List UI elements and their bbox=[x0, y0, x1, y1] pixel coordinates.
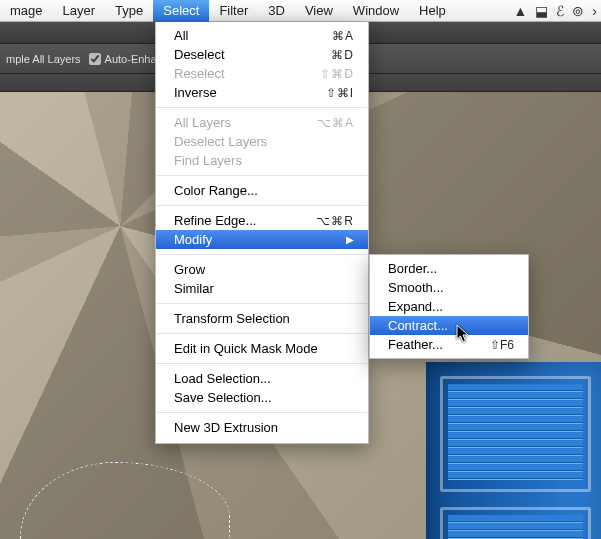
menu-item-label: All Layers bbox=[174, 115, 231, 130]
menu-item-label: Similar bbox=[174, 281, 214, 296]
menu-item-transform-selection[interactable]: Transform Selection bbox=[156, 309, 368, 328]
menu-item-label: Transform Selection bbox=[174, 311, 290, 326]
menu-item-label: Inverse bbox=[174, 85, 217, 100]
menu-item-label: Save Selection... bbox=[174, 390, 272, 405]
submenu-item-feather[interactable]: Feather...⇧F6 bbox=[370, 335, 528, 354]
menu-item-label: Reselect bbox=[174, 66, 225, 81]
submenu-item-smooth[interactable]: Smooth... bbox=[370, 278, 528, 297]
menu-item-label: Edit in Quick Mask Mode bbox=[174, 341, 318, 356]
menu-separator bbox=[157, 107, 367, 108]
menu-separator bbox=[157, 333, 367, 334]
menu-item-shortcut: ⌘A bbox=[332, 29, 354, 43]
menu-item-shortcut: ⌥⌘A bbox=[317, 116, 354, 130]
menu-separator bbox=[157, 363, 367, 364]
submenu-item-expand[interactable]: Expand... bbox=[370, 297, 528, 316]
menu-item-shortcut: ⇧⌘I bbox=[326, 86, 354, 100]
menu-item-new-3d-extrusion[interactable]: New 3D Extrusion bbox=[156, 418, 368, 437]
menu-item-label: New 3D Extrusion bbox=[174, 420, 278, 435]
menu-item-shortcut: ⇧⌘D bbox=[320, 67, 354, 81]
menubar-item-window[interactable]: Window bbox=[343, 0, 409, 22]
menu-item-label: Find Layers bbox=[174, 153, 242, 168]
menu-item-edit-in-quick-mask-mode[interactable]: Edit in Quick Mask Mode bbox=[156, 339, 368, 358]
menu-item-refine-edge[interactable]: Refine Edge...⌥⌘R bbox=[156, 211, 368, 230]
menu-item-reselect: Reselect⇧⌘D bbox=[156, 64, 368, 83]
menu-separator bbox=[157, 175, 367, 176]
menubar-item-layer[interactable]: Layer bbox=[53, 0, 106, 22]
menu-item-save-selection[interactable]: Save Selection... bbox=[156, 388, 368, 407]
menu-item-deselect[interactable]: Deselect⌘D bbox=[156, 45, 368, 64]
overflow-icon[interactable]: › bbox=[592, 3, 597, 19]
menu-item-shortcut: ⌥⌘R bbox=[316, 214, 354, 228]
google-drive-icon[interactable]: ▲ bbox=[513, 3, 527, 19]
submenu-item-label: Contract... bbox=[388, 318, 448, 333]
submenu-item-shortcut: ⇧F6 bbox=[490, 338, 514, 352]
menubar-item-help[interactable]: Help bbox=[409, 0, 456, 22]
menu-separator bbox=[157, 412, 367, 413]
submenu-item-label: Border... bbox=[388, 261, 437, 276]
submenu-item-contract[interactable]: Contract... bbox=[370, 316, 528, 335]
menubar-item-type[interactable]: Type bbox=[105, 0, 153, 22]
auto-enhance-checkbox[interactable] bbox=[89, 53, 101, 65]
evernote-icon[interactable]: ℰ bbox=[556, 3, 564, 19]
menu-separator bbox=[157, 205, 367, 206]
submenu-arrow-icon: ▶ bbox=[346, 234, 354, 245]
menu-item-label: Deselect bbox=[174, 47, 225, 62]
menu-item-label: Deselect Layers bbox=[174, 134, 267, 149]
mac-menubar: mageLayerTypeSelectFilter3DViewWindowHel… bbox=[0, 0, 601, 22]
image-shutter-region bbox=[426, 362, 601, 539]
menu-item-label: All bbox=[174, 28, 188, 43]
menu-item-modify[interactable]: Modify▶ bbox=[156, 230, 368, 249]
menu-item-label: Modify bbox=[174, 232, 212, 247]
creative-cloud-icon[interactable]: ⊚ bbox=[572, 3, 584, 19]
menu-item-label: Load Selection... bbox=[174, 371, 271, 386]
menu-item-grow[interactable]: Grow bbox=[156, 260, 368, 279]
dropbox-icon[interactable]: ⬓ bbox=[535, 3, 548, 19]
menu-item-label: Color Range... bbox=[174, 183, 258, 198]
menu-item-similar[interactable]: Similar bbox=[156, 279, 368, 298]
menu-item-find-layers: Find Layers bbox=[156, 151, 368, 170]
menubar-item-view[interactable]: View bbox=[295, 0, 343, 22]
menubar-item-3d[interactable]: 3D bbox=[258, 0, 295, 22]
menubar-item-filter[interactable]: Filter bbox=[209, 0, 258, 22]
menu-item-label: Grow bbox=[174, 262, 205, 277]
modify-submenu: Border...Smooth...Expand...Contract...Fe… bbox=[369, 254, 529, 359]
menu-item-all[interactable]: All⌘A bbox=[156, 26, 368, 45]
active-selection-marquee bbox=[20, 462, 230, 539]
select-menu-dropdown: All⌘ADeselect⌘DReselect⇧⌘DInverse⇧⌘IAll … bbox=[155, 22, 369, 444]
menubar-system-tray: ▲⬓ℰ⊚› bbox=[513, 3, 601, 19]
submenu-item-label: Expand... bbox=[388, 299, 443, 314]
menu-item-inverse[interactable]: Inverse⇧⌘I bbox=[156, 83, 368, 102]
menu-separator bbox=[157, 303, 367, 304]
option-sample-all-layers-label: mple All Layers bbox=[6, 53, 81, 65]
menu-item-deselect-layers: Deselect Layers bbox=[156, 132, 368, 151]
menu-item-label: Refine Edge... bbox=[174, 213, 256, 228]
menubar-item-mage[interactable]: mage bbox=[0, 0, 53, 22]
submenu-item-label: Smooth... bbox=[388, 280, 444, 295]
menu-item-load-selection[interactable]: Load Selection... bbox=[156, 369, 368, 388]
menubar-item-select[interactable]: Select bbox=[153, 0, 209, 22]
submenu-item-label: Feather... bbox=[388, 337, 443, 352]
menu-item-color-range[interactable]: Color Range... bbox=[156, 181, 368, 200]
submenu-item-border[interactable]: Border... bbox=[370, 259, 528, 278]
menu-item-shortcut: ⌘D bbox=[331, 48, 354, 62]
menu-item-all-layers: All Layers⌥⌘A bbox=[156, 113, 368, 132]
menu-separator bbox=[157, 254, 367, 255]
